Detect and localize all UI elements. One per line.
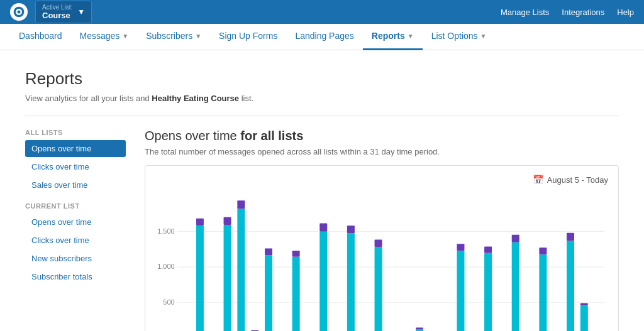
messages-arrow-icon: ▼: [122, 33, 128, 40]
nav-bar: Dashboard Messages ▼ Subscribers ▼ Sign …: [0, 24, 644, 50]
chart-container: 📅 August 5 - Today 0 500 1,000 1,500: [145, 165, 619, 331]
svg-rect-54: [375, 240, 382, 247]
svg-rect-83: [512, 242, 519, 331]
sidebar-section-all-lists-title: ALL LISTS: [25, 129, 126, 136]
active-list-label: Active List:: [42, 4, 72, 11]
active-list-selector[interactable]: Active List: Course ▼: [35, 1, 92, 23]
svg-text:1,000: 1,000: [157, 263, 174, 270]
chart-date-range: 📅 August 5 - Today: [155, 175, 608, 185]
svg-rect-63: [416, 328, 423, 329]
svg-rect-29: [265, 255, 272, 331]
svg-rect-42: [319, 224, 327, 232]
nav-dashboard[interactable]: Dashboard: [10, 24, 71, 50]
svg-rect-48: [347, 225, 355, 233]
top-bar: Active List: Course ▼ Manage Lists Integ…: [0, 0, 644, 24]
top-bar-left: Active List: Course ▼: [10, 1, 92, 23]
list-options-arrow-icon: ▼: [480, 33, 487, 40]
svg-rect-41: [319, 232, 327, 331]
svg-rect-96: [567, 233, 574, 241]
svg-text:1,500: 1,500: [157, 227, 174, 235]
sidebar-item-new-subscribers[interactable]: New subscribers: [25, 250, 126, 267]
nav-reports[interactable]: Reports ▼: [363, 24, 423, 50]
integrations-link[interactable]: Integrations: [562, 8, 604, 17]
date-range-text: August 5 - Today: [547, 175, 608, 185]
svg-rect-72: [457, 244, 464, 251]
nav-list-options[interactable]: List Options ▼: [423, 24, 496, 50]
nav-landing-pages[interactable]: Landing Pages: [286, 24, 362, 50]
svg-rect-84: [512, 235, 519, 242]
page-title: Reports: [25, 69, 619, 89]
calendar-icon: 📅: [533, 175, 543, 185]
svg-rect-90: [539, 247, 547, 254]
svg-rect-89: [539, 254, 547, 331]
svg-rect-23: [237, 209, 245, 331]
svg-rect-71: [457, 251, 464, 331]
dropdown-arrow-icon: ▼: [77, 8, 85, 16]
svg-rect-15: [196, 219, 204, 226]
svg-rect-36: [292, 251, 300, 257]
svg-rect-78: [484, 246, 492, 252]
sidebar: ALL LISTS Opens over time Clicks over ti…: [25, 129, 126, 331]
main-content: Reports View analytics for all your list…: [0, 50, 644, 331]
chart-heading: Opens over time for all lists: [145, 129, 619, 143]
svg-rect-20: [224, 225, 231, 331]
chart-description: The total number of messages opened acro…: [145, 147, 619, 156]
help-link[interactable]: Help: [617, 8, 634, 17]
content-layout: ALL LISTS Opens over time Clicks over ti…: [25, 129, 619, 331]
sidebar-item-all-sales[interactable]: Sales over time: [25, 176, 126, 193]
svg-rect-21: [224, 217, 231, 225]
sidebar-item-all-clicks[interactable]: Clicks over time: [25, 158, 126, 175]
svg-point-2: [18, 11, 21, 14]
logo-icon: [10, 3, 28, 21]
sidebar-item-all-opens[interactable]: Opens over time: [25, 140, 126, 157]
svg-rect-35: [292, 257, 300, 331]
svg-text:500: 500: [163, 298, 174, 306]
divider: [25, 116, 619, 116]
manage-lists-link[interactable]: Manage Lists: [501, 8, 549, 17]
sidebar-item-current-clicks[interactable]: Clicks over time: [25, 232, 126, 249]
svg-rect-95: [567, 241, 574, 331]
sidebar-section-current-list-title: CURRENT LIST: [25, 202, 126, 210]
svg-rect-77: [484, 253, 492, 331]
svg-rect-14: [196, 225, 204, 331]
subscribers-arrow-icon: ▼: [195, 33, 201, 40]
nav-subscribers[interactable]: Subscribers ▼: [137, 24, 210, 50]
svg-rect-47: [347, 233, 355, 331]
page-subtitle: View analytics for all your lists and He…: [25, 94, 619, 103]
sidebar-item-subscriber-totals[interactable]: Subscriber totals: [25, 268, 126, 285]
sidebar-item-current-opens[interactable]: Opens over time: [25, 214, 126, 231]
chart-svg-wrapper: 0 500 1,000 1,500 5678910111213141516171…: [155, 191, 608, 331]
svg-rect-98: [580, 305, 588, 331]
nav-messages[interactable]: Messages ▼: [71, 24, 138, 50]
svg-rect-53: [375, 247, 382, 331]
active-list-name: Course: [42, 11, 70, 20]
top-bar-right: Manage Lists Integrations Help: [501, 8, 634, 17]
chart-area: Opens over time for all lists The total …: [145, 129, 619, 331]
svg-rect-99: [580, 303, 588, 306]
reports-arrow-icon: ▼: [408, 33, 414, 40]
nav-signup-forms[interactable]: Sign Up Forms: [210, 24, 286, 50]
svg-rect-24: [237, 200, 245, 209]
svg-rect-30: [265, 249, 272, 256]
